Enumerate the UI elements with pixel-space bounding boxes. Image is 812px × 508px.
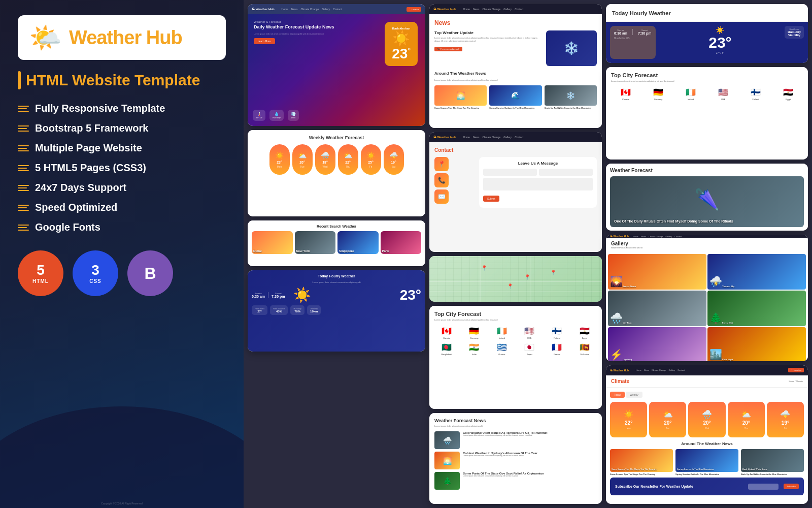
sunrise-item: Sunrise 6:30 am (252, 292, 265, 298)
email-icon: ✉️ (434, 189, 449, 204)
gallery-img-5: ⚡ Lightning (608, 327, 706, 361)
weather-mini: 🌡️27°/18° (253, 110, 265, 121)
ireland-flag-label: Ireland (499, 337, 505, 339)
forecast-article-text: One Of The Daily Rituals Often Find Myse… (614, 219, 733, 223)
feature-item: Fully Responsive Template (18, 100, 226, 117)
feature-label: Multiple Page Website (35, 142, 142, 154)
lightning-icon: ⚡ (610, 348, 623, 361)
forecast-news-forest-img: 🌲 (434, 472, 460, 490)
recent-search-screenshot[interactable]: Recent Search Weather Dubai New York (248, 220, 425, 266)
cc4-temp: 20° (742, 420, 750, 426)
sunset-img: 🌅 (434, 85, 487, 106)
feature-label: 5 HTML5 Pages (CSS3) (35, 162, 146, 174)
germany-flag-label: Germany (470, 337, 478, 339)
forecast-card: ☀️ 25° Fri (361, 144, 381, 175)
col3-location: Blueholm, US (614, 37, 652, 40)
weather-mini: 💨Wind (288, 110, 299, 121)
email-input[interactable] (539, 169, 593, 176)
news-caption: Stock Up And White Snow in the Blue Moun… (545, 107, 597, 109)
greece-flag-icon: 🇬🇷 (497, 342, 507, 352)
news-grid-col: 🌊 Spring Sunrise Outlaws In The Blue Mou… (489, 85, 542, 109)
hourly-screenshot[interactable]: Today Hourly Weather Lorem ipsum dolor s… (248, 270, 425, 352)
submit-button[interactable]: Submit (483, 196, 499, 202)
col3-flag-usa: 🇺🇸 USA (708, 87, 738, 101)
city-forecast-screenshot[interactable]: Top City Forecast Lorem ipsum dolor sit … (429, 306, 602, 409)
contact-form: Leave Us A Message Submit (479, 157, 597, 208)
sun-times: Sunrise 6:30 am Sunset 7:30 pm (252, 292, 285, 298)
forecast-news-text: Coldest Weather In Sydney's Afternoon Of… (463, 452, 537, 457)
nav-btn: 📍 Location (407, 7, 421, 12)
gallery-screenshot[interactable]: 🌤 Weather Hub Home News Climate Change G… (606, 235, 808, 361)
climate-news-caption-2: Spring Sunrise In The Blue Mountains (677, 468, 714, 470)
news-section-title: Around The Weather News (434, 71, 597, 76)
climate-subscribe-btn[interactable]: Subscribe (784, 484, 799, 489)
usa-flag-icon: 🇺🇸 (524, 326, 534, 336)
climate-tab-today[interactable]: Today (610, 392, 625, 398)
news-nav: 🌤 Weather Hub Home News Climate Change G… (429, 4, 602, 14)
rain-gallery-icon: ⛈️ (709, 275, 722, 288)
gallery-img-6: 🏙️ Paris Night (707, 327, 806, 361)
cc2-temp: 20° (664, 420, 671, 426)
forecast-icon: ⛅ (344, 151, 352, 160)
forecast-card: ☀️ 23° Mon (269, 144, 290, 175)
col3-sun-icon: ☀️ (716, 26, 724, 34)
message-textarea[interactable] (483, 178, 593, 190)
brand-name: Weather Hub (69, 27, 182, 49)
finland-flag-icon: 🇫🇮 (552, 326, 562, 336)
snow-img: ❄️ (545, 85, 597, 106)
forecast-news-list: 🌧️ Cold Weather Alert Issued As Temperat… (434, 431, 597, 490)
climate-subscribe-input[interactable] (748, 484, 779, 490)
weather-detail-card: Humidity 70% (290, 305, 304, 315)
col3-city-screenshot[interactable]: Top City Forecast Lorem ipsum dolor sit … (606, 67, 808, 160)
name-input[interactable] (483, 169, 537, 176)
nav-links: Home News Climate Change Gallery Contact (282, 8, 342, 11)
col3-city-flags: 🇨🇦 Canada 🇩🇪 Germany 🇮🇪 Ireland (611, 87, 803, 101)
cc5-icon: 🌩️ (780, 409, 790, 419)
recent-content: Recent Search Weather Dubai New York (248, 220, 425, 266)
forecast-icon: ☀️ (366, 151, 375, 160)
climate-tab-weekly[interactable]: Weekly (626, 392, 642, 398)
news-image-grid: 🌅 Snow Season Tips The Hops Too The Coun… (434, 85, 597, 109)
map-screenshot[interactable]: 📍 📍 📍 📍 (429, 256, 602, 302)
finland-flag-label: Finland (554, 337, 560, 339)
climate-nav-logo: 🌤 Weather Hub (610, 369, 629, 372)
france-flag-label: France (554, 353, 560, 356)
gallery-img-4: 🌲 Forest Mist (707, 291, 806, 326)
climate-news-grid: Snow Season Tips The Magic Too The Count… (610, 449, 804, 475)
col3-weather-stats: Heat Index Humidity Visibility (785, 26, 804, 59)
forecast-news-screenshot[interactable]: Weather Forecast News Lorem ipsum dolor … (429, 413, 602, 504)
forecast-screenshot[interactable]: Weekly Weather Forecast ☀️ 23° Mon ⛅ 20°… (248, 130, 425, 216)
col3-germany-name: Germany (654, 98, 662, 101)
col3-temp-range: 27° / 8° (716, 51, 725, 54)
hero-nav: 🌤 Weather Hub Home News Climate Change G… (248, 4, 425, 14)
news-read-btn[interactable]: 📞 For more update call (434, 47, 462, 51)
climate-subscribe-bar: Subscribe Our Newsletter For Weather Upd… (610, 478, 804, 495)
usa-flag-label: USA (527, 337, 531, 339)
contact-screenshot[interactable]: 🌤 Weather Hub Home News Climate Change G… (429, 132, 602, 252)
city-forecast-desc: Lorem ipsum dolor sit amet consectetur a… (434, 319, 597, 321)
col3-hourly-screenshot[interactable]: Today Hourly Weather Sunrise 6:30 am Sun… (606, 4, 808, 63)
bangladesh-flag-icon: 🇧🇩 (442, 342, 452, 352)
news-section-desc: Lorem ipsum dolor sit amet consectetur a… (434, 79, 597, 81)
hero-btn[interactable]: Learn More (254, 38, 275, 44)
gallery-caption: Thunder Sky (722, 285, 734, 288)
hero-content: Weather & Forecast Daily Weather Forecas… (248, 14, 425, 126)
forecast-news-title: Weather Forecast News (434, 418, 597, 423)
recent-card-singapore: Singapore (337, 231, 379, 254)
forecast-temp: 18° (322, 161, 328, 164)
climate-browser: 🌤 Weather Hub Home News Climate Change G… (606, 365, 808, 504)
cc4-day: Thu (745, 427, 748, 429)
news-page-title: News (434, 19, 597, 26)
climate-nav-links: Home News Climate Change Gallery Contact (636, 369, 685, 371)
feature-label: Fully Responsive Template (35, 103, 165, 114)
news-screenshot[interactable]: 🌤 Weather Hub Home News Climate Change G… (429, 4, 602, 128)
hero-screenshot[interactable]: 🌤 Weather Hub Home News Climate Change G… (248, 4, 425, 126)
col3-forecast-screenshot[interactable]: Weather Forecast 🌂 One Of The Daily Ritu… (606, 164, 808, 231)
news-browser: 🌤 Weather Hub Home News Climate Change G… (429, 4, 602, 128)
egypt-flag-label: Egypt (582, 337, 587, 339)
features-list: Fully Responsive Template Bootstrap 5 Fr… (18, 100, 226, 236)
col3-usa-name: USA (721, 98, 725, 101)
news-grid-col: ❄️ Stock Up And White Snow in the Blue M… (545, 85, 597, 109)
climate-screenshot[interactable]: 🌤 Weather Hub Home News Climate Change G… (606, 365, 808, 504)
screenshot-column-1: 🌤 Weather Hub Home News Climate Change G… (248, 4, 425, 504)
